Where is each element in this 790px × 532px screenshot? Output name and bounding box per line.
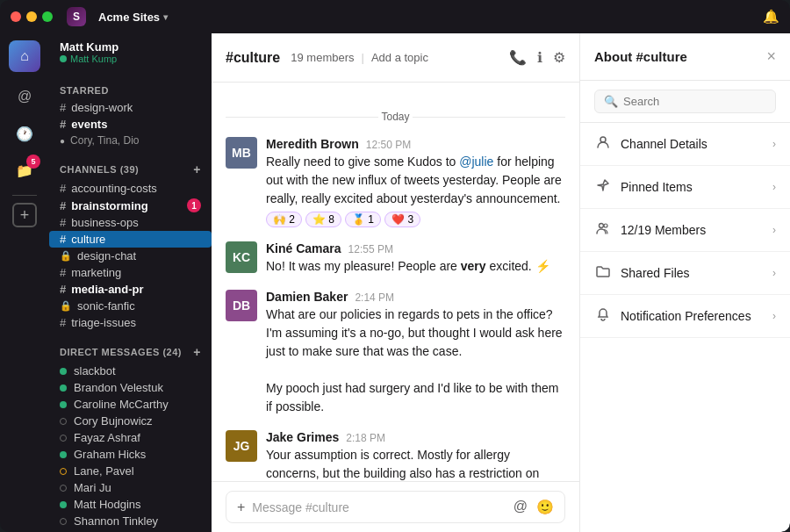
sidebar-item-caroline-mccarthy[interactable]: Caroline McCarthy [49, 396, 212, 413]
minimize-button[interactable] [26, 11, 37, 22]
sidebar-item-media-and-pr[interactable]: # media-and-pr [49, 281, 212, 298]
sidebar-item-marketing[interactable]: # marketing [49, 264, 212, 281]
sidebar-item-matt-hodgins[interactable]: Matt Hodgins [49, 496, 212, 513]
close-button[interactable] [11, 11, 21, 22]
online-dot [60, 501, 67, 508]
panel-search: 🔍 [580, 81, 790, 123]
presence-dot [60, 55, 67, 62]
sidebar-item-label: marketing [71, 266, 121, 279]
sidebar-item-cory-bujnowicz[interactable]: Cory Bujnowicz [49, 413, 212, 429]
sidebar-item-mari-ju[interactable]: Mari Ju [49, 479, 212, 496]
people-icon [594, 221, 612, 239]
message-m2: KC Kiné Camara 12:55 PM No! It was my pl… [226, 241, 565, 276]
sidebar-item-label: slackbot [74, 364, 116, 377]
sidebar-item-lane-pavel[interactable]: Lane, Pavel [49, 463, 212, 479]
workspace-name[interactable]: Acme Sites ▾ [98, 11, 168, 24]
sidebar-item-triage-issues[interactable]: # triage-issues [49, 314, 212, 331]
message-content-m1: Meredith Brown 12:50 PM Really need to g… [266, 137, 565, 227]
channels-section: CHANNELS (39) + # accounting-costs # bra… [49, 162, 212, 331]
channels-label: CHANNELS (39) [60, 164, 139, 175]
folder-icon [594, 264, 612, 282]
close-panel-icon[interactable]: × [766, 47, 776, 66]
workspace-logo: S [67, 7, 86, 26]
message-input[interactable]: Message #culture [252, 500, 506, 514]
sidebar-item-brainstorming[interactable]: # brainstorming 1 [49, 197, 212, 214]
sidebar-item-cory-tina-dio[interactable]: ● Cory, Tina, Dio [49, 133, 212, 148]
attach-icon[interactable]: + [237, 500, 245, 515]
date-label: Today [381, 111, 409, 123]
bell-icon[interactable]: 🔔 [763, 9, 779, 25]
panel-item-shared-files[interactable]: Shared Files › [580, 252, 790, 295]
starred-header: STARRED [49, 85, 212, 99]
sidebar-item-business-ops[interactable]: # business-ops [49, 214, 212, 231]
reaction-item[interactable]: 🙌 2 [266, 212, 302, 227]
sidebar-item-label: Brandon Velestuk [74, 381, 163, 394]
sidebar-item-fayaz-ashraf[interactable]: Fayaz Ashraf [49, 429, 212, 446]
date-divider: Today [226, 111, 565, 123]
dm-label: DIRECT MESSAGES (24) [60, 347, 182, 357]
msg-author-m3: Damien Baker [266, 290, 348, 304]
sidebar-item-events[interactable]: # events [49, 116, 212, 133]
panel-item-channel-details[interactable]: Channel Details › [580, 123, 790, 166]
files-badge: 5 [26, 155, 40, 169]
sidebar-item-accounting-costs[interactable]: # accounting-costs [49, 180, 212, 197]
sidebar-item-sonic-fanfic[interactable]: 🔒 sonic-fanfic [49, 298, 212, 314]
hash-icon: # [60, 233, 66, 246]
chevron-right-icon: › [772, 267, 776, 279]
files-icon-item[interactable]: 📁 5 [9, 155, 40, 186]
reaction-item[interactable]: ⭐ 8 [305, 212, 341, 227]
msg-text-m3: What are our policies in regards to pets… [266, 306, 565, 416]
sidebar-item-brandon-velestuk[interactable]: Brandon Velestuk [49, 379, 212, 396]
sidebar-item-culture[interactable]: # culture [49, 231, 212, 248]
avatar-meredith: MB [226, 137, 257, 169]
hash-icon: # [60, 199, 66, 212]
sidebar-item-slackbot[interactable]: slackbot [49, 363, 212, 379]
reaction-item[interactable]: 🥇 1 [345, 212, 381, 227]
bell-icon [594, 307, 612, 325]
sidebar-item-shannon-tinkley[interactable]: Shannon Tinkley [49, 513, 212, 529]
emoji-icon[interactable]: 🙂 [536, 499, 554, 515]
pin-icon [594, 178, 612, 196]
panel-item-pinned[interactable]: Pinned Items › [580, 166, 790, 209]
add-channel-icon[interactable]: + [193, 162, 201, 176]
right-panel-header: About #culture × [580, 33, 790, 81]
chat-channel-title: #culture [226, 50, 280, 66]
hash-icon: # [60, 182, 66, 195]
sidebar-item-label: Shannon Tinkley [74, 514, 158, 528]
divider: | [362, 51, 364, 64]
sidebar-item-design-chat[interactable]: 🔒 design-chat [49, 248, 212, 264]
panel-search-input[interactable] [623, 95, 771, 108]
dm-section: DIRECT MESSAGES (24) + slackbot Brandon … [49, 345, 212, 532]
message-content-m2: Kiné Camara 12:55 PM No! It was my pleas… [266, 241, 565, 276]
at-icon[interactable]: @ [514, 499, 528, 515]
activity-icon-item[interactable]: 🕐 [9, 118, 40, 149]
mention: @julie [459, 155, 493, 169]
message-m3: DB Damien Baker 2:14 PM What are our pol… [226, 290, 565, 416]
chat-area: #culture 19 members | Add a topic 📞 ℹ ⚙ … [212, 33, 579, 532]
msg-author-m2: Kiné Camara [266, 241, 341, 255]
info-icon[interactable]: ℹ [537, 49, 542, 66]
add-topic[interactable]: Add a topic [371, 51, 428, 64]
msg-header-m2: Kiné Camara 12:55 PM [266, 241, 565, 255]
panel-item-members[interactable]: 12/19 Members › [580, 209, 790, 252]
msg-time-m1: 12:50 PM [366, 139, 411, 151]
reaction-item[interactable]: ❤️ 3 [384, 212, 420, 227]
titlebar: S Acme Sites ▾ 🔔 [0, 0, 790, 33]
add-dm-icon[interactable]: + [193, 345, 201, 359]
maximize-button[interactable] [42, 11, 53, 22]
channels-header: CHANNELS (39) + [49, 162, 212, 180]
add-workspace-icon[interactable]: + [12, 203, 37, 227]
mentions-icon-item[interactable]: @ [9, 81, 40, 112]
panel-item-left: Shared Files [594, 264, 690, 282]
panel-item-notifications[interactable]: Notification Preferences › [580, 295, 790, 338]
hash-icon: # [60, 283, 66, 296]
call-icon[interactable]: 📞 [509, 49, 527, 66]
home-icon-item[interactable]: ⌂ [9, 40, 40, 72]
sidebar-item-design-work[interactable]: # design-work [49, 99, 212, 116]
input-icons: @ 🙂 [514, 499, 554, 515]
sidebar-item-graham-hicks[interactable]: Graham Hicks [49, 446, 212, 463]
settings-icon[interactable]: ⚙ [553, 49, 565, 66]
user-status[interactable]: Matt Kump Matt Kump [49, 33, 212, 71]
sidebar-item-label: culture [71, 233, 105, 246]
lock-icon: 🔒 [60, 250, 72, 262]
